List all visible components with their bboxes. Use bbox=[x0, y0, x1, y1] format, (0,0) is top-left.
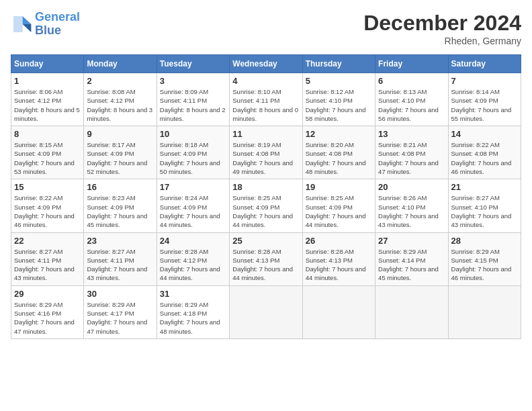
day-number: 25 bbox=[232, 236, 299, 246]
day-info: Sunrise: 8:29 AM Sunset: 4:17 PM Dayligh… bbox=[87, 300, 153, 336]
calendar-day-cell: 15Sunrise: 8:22 AM Sunset: 4:09 PM Dayli… bbox=[11, 179, 84, 232]
day-info: Sunrise: 8:29 AM Sunset: 4:18 PM Dayligh… bbox=[160, 300, 226, 336]
calendar-day-cell: 18Sunrise: 8:25 AM Sunset: 4:09 PM Dayli… bbox=[230, 179, 302, 232]
calendar-day-cell: 3Sunrise: 8:09 AM Sunset: 4:11 PM Daylig… bbox=[157, 73, 229, 126]
logo-line2: Blue bbox=[35, 24, 61, 37]
calendar-day-cell: 20Sunrise: 8:26 AM Sunset: 4:10 PM Dayli… bbox=[375, 179, 448, 232]
day-info: Sunrise: 8:12 AM Sunset: 4:10 PM Dayligh… bbox=[306, 87, 372, 123]
calendar-day-cell bbox=[230, 285, 302, 338]
calendar-day-cell: 25Sunrise: 8:28 AM Sunset: 4:13 PM Dayli… bbox=[230, 232, 302, 285]
calendar-table: SundayMondayTuesdayWednesdayThursdayFrid… bbox=[11, 54, 521, 339]
calendar-day-cell: 17Sunrise: 8:24 AM Sunset: 4:09 PM Dayli… bbox=[157, 179, 229, 232]
day-info: Sunrise: 8:20 AM Sunset: 4:08 PM Dayligh… bbox=[306, 140, 372, 176]
day-info: Sunrise: 8:22 AM Sunset: 4:09 PM Dayligh… bbox=[14, 193, 81, 229]
weekday-header: Friday bbox=[375, 55, 448, 73]
logo-icon bbox=[11, 13, 32, 35]
day-number: 28 bbox=[451, 236, 518, 246]
weekday-header-row: SundayMondayTuesdayWednesdayThursdayFrid… bbox=[11, 55, 521, 73]
calendar-day-cell bbox=[375, 285, 448, 338]
day-info: Sunrise: 8:25 AM Sunset: 4:09 PM Dayligh… bbox=[232, 193, 299, 229]
logo-text: General Blue bbox=[35, 11, 80, 38]
calendar-day-cell: 23Sunrise: 8:27 AM Sunset: 4:11 PM Dayli… bbox=[84, 232, 157, 285]
calendar-day-cell: 4Sunrise: 8:10 AM Sunset: 4:11 PM Daylig… bbox=[230, 73, 302, 126]
day-number: 17 bbox=[160, 182, 226, 192]
day-number: 5 bbox=[306, 76, 372, 86]
month-title: December 2024 bbox=[363, 11, 521, 36]
day-number: 11 bbox=[232, 129, 299, 139]
calendar-day-cell: 9Sunrise: 8:17 AM Sunset: 4:09 PM Daylig… bbox=[84, 126, 157, 179]
calendar-day-cell bbox=[302, 285, 375, 338]
day-info: Sunrise: 8:25 AM Sunset: 4:09 PM Dayligh… bbox=[306, 193, 372, 229]
day-number: 16 bbox=[87, 182, 153, 192]
calendar-week-row: 29Sunrise: 8:29 AM Sunset: 4:16 PM Dayli… bbox=[11, 285, 521, 338]
weekday-header: Saturday bbox=[448, 55, 521, 73]
day-info: Sunrise: 8:19 AM Sunset: 4:08 PM Dayligh… bbox=[232, 140, 299, 176]
day-info: Sunrise: 8:17 AM Sunset: 4:09 PM Dayligh… bbox=[87, 140, 153, 176]
day-info: Sunrise: 8:18 AM Sunset: 4:09 PM Dayligh… bbox=[160, 140, 226, 176]
calendar-week-row: 8Sunrise: 8:15 AM Sunset: 4:09 PM Daylig… bbox=[11, 126, 521, 179]
day-number: 21 bbox=[451, 182, 518, 192]
day-number: 8 bbox=[14, 129, 81, 139]
day-number: 23 bbox=[87, 236, 153, 246]
day-info: Sunrise: 8:28 AM Sunset: 4:12 PM Dayligh… bbox=[160, 247, 226, 283]
day-info: Sunrise: 8:29 AM Sunset: 4:16 PM Dayligh… bbox=[14, 300, 81, 336]
day-info: Sunrise: 8:28 AM Sunset: 4:13 PM Dayligh… bbox=[306, 247, 372, 283]
day-number: 9 bbox=[87, 129, 153, 139]
day-number: 6 bbox=[378, 76, 445, 86]
day-info: Sunrise: 8:29 AM Sunset: 4:15 PM Dayligh… bbox=[451, 247, 518, 283]
day-number: 26 bbox=[306, 236, 372, 246]
day-number: 7 bbox=[451, 76, 518, 86]
svg-marker-1 bbox=[23, 24, 32, 32]
day-info: Sunrise: 8:13 AM Sunset: 4:10 PM Dayligh… bbox=[378, 87, 445, 123]
day-info: Sunrise: 8:15 AM Sunset: 4:09 PM Dayligh… bbox=[14, 140, 81, 176]
calendar-day-cell: 24Sunrise: 8:28 AM Sunset: 4:12 PM Dayli… bbox=[157, 232, 229, 285]
day-info: Sunrise: 8:24 AM Sunset: 4:09 PM Dayligh… bbox=[160, 193, 226, 229]
svg-marker-0 bbox=[23, 16, 32, 24]
calendar-day-cell: 16Sunrise: 8:23 AM Sunset: 4:09 PM Dayli… bbox=[84, 179, 157, 232]
calendar-day-cell: 30Sunrise: 8:29 AM Sunset: 4:17 PM Dayli… bbox=[84, 285, 157, 338]
day-number: 14 bbox=[451, 129, 518, 139]
calendar-day-cell: 7Sunrise: 8:14 AM Sunset: 4:09 PM Daylig… bbox=[448, 73, 521, 126]
day-info: Sunrise: 8:28 AM Sunset: 4:13 PM Dayligh… bbox=[232, 247, 299, 283]
calendar-day-cell: 29Sunrise: 8:29 AM Sunset: 4:16 PM Dayli… bbox=[11, 285, 84, 338]
calendar-day-cell: 2Sunrise: 8:08 AM Sunset: 4:12 PM Daylig… bbox=[84, 73, 157, 126]
calendar-day-cell: 27Sunrise: 8:29 AM Sunset: 4:14 PM Dayli… bbox=[375, 232, 448, 285]
day-info: Sunrise: 8:06 AM Sunset: 4:12 PM Dayligh… bbox=[14, 87, 81, 123]
day-info: Sunrise: 8:26 AM Sunset: 4:10 PM Dayligh… bbox=[378, 193, 445, 229]
calendar-day-cell: 6Sunrise: 8:13 AM Sunset: 4:10 PM Daylig… bbox=[375, 73, 448, 126]
calendar-day-cell: 22Sunrise: 8:27 AM Sunset: 4:11 PM Dayli… bbox=[11, 232, 84, 285]
day-number: 18 bbox=[232, 182, 299, 192]
calendar-day-cell: 13Sunrise: 8:21 AM Sunset: 4:08 PM Dayli… bbox=[375, 126, 448, 179]
day-info: Sunrise: 8:09 AM Sunset: 4:11 PM Dayligh… bbox=[160, 87, 226, 123]
calendar-day-cell: 28Sunrise: 8:29 AM Sunset: 4:15 PM Dayli… bbox=[448, 232, 521, 285]
day-number: 30 bbox=[87, 289, 153, 299]
day-number: 4 bbox=[232, 76, 299, 86]
day-number: 13 bbox=[378, 129, 445, 139]
day-info: Sunrise: 8:27 AM Sunset: 4:11 PM Dayligh… bbox=[87, 247, 153, 283]
location: Rheden, Germany bbox=[363, 36, 521, 46]
calendar-day-cell: 8Sunrise: 8:15 AM Sunset: 4:09 PM Daylig… bbox=[11, 126, 84, 179]
day-info: Sunrise: 8:10 AM Sunset: 4:11 PM Dayligh… bbox=[232, 87, 299, 123]
title-block: December 2024 Rheden, Germany bbox=[363, 11, 521, 46]
svg-marker-2 bbox=[13, 16, 23, 32]
day-number: 12 bbox=[306, 129, 372, 139]
day-number: 31 bbox=[160, 289, 226, 299]
calendar-day-cell: 14Sunrise: 8:22 AM Sunset: 4:08 PM Dayli… bbox=[448, 126, 521, 179]
day-number: 24 bbox=[160, 236, 226, 246]
calendar-day-cell: 31Sunrise: 8:29 AM Sunset: 4:18 PM Dayli… bbox=[157, 285, 229, 338]
day-number: 15 bbox=[14, 182, 81, 192]
calendar-week-row: 1Sunrise: 8:06 AM Sunset: 4:12 PM Daylig… bbox=[11, 73, 521, 126]
calendar-day-cell: 11Sunrise: 8:19 AM Sunset: 4:08 PM Dayli… bbox=[230, 126, 302, 179]
calendar-week-row: 15Sunrise: 8:22 AM Sunset: 4:09 PM Dayli… bbox=[11, 179, 521, 232]
weekday-header: Thursday bbox=[302, 55, 375, 73]
day-info: Sunrise: 8:23 AM Sunset: 4:09 PM Dayligh… bbox=[87, 193, 153, 229]
day-number: 29 bbox=[14, 289, 81, 299]
day-info: Sunrise: 8:08 AM Sunset: 4:12 PM Dayligh… bbox=[87, 87, 153, 123]
weekday-header: Wednesday bbox=[230, 55, 302, 73]
day-info: Sunrise: 8:27 AM Sunset: 4:10 PM Dayligh… bbox=[451, 193, 518, 229]
day-number: 2 bbox=[87, 76, 153, 86]
day-info: Sunrise: 8:29 AM Sunset: 4:14 PM Dayligh… bbox=[378, 247, 445, 283]
day-number: 22 bbox=[14, 236, 81, 246]
calendar-day-cell bbox=[448, 285, 521, 338]
calendar-day-cell: 21Sunrise: 8:27 AM Sunset: 4:10 PM Dayli… bbox=[448, 179, 521, 232]
